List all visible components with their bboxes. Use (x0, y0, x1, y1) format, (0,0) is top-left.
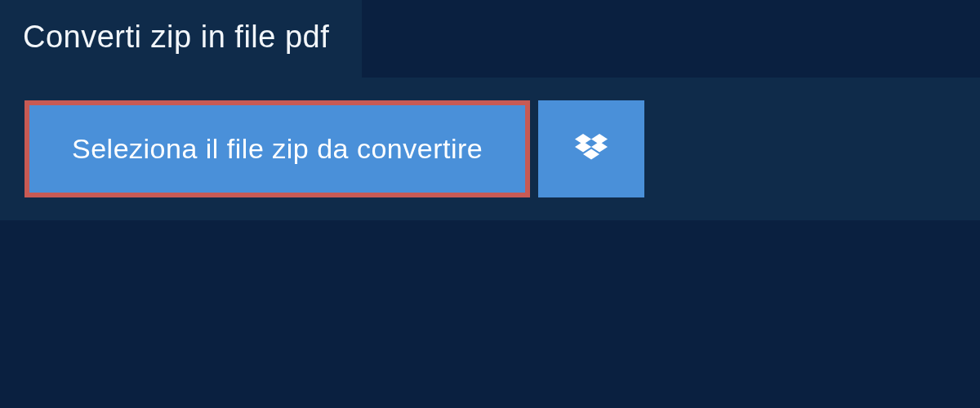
select-file-button[interactable]: Seleziona il file zip da convertire (24, 100, 530, 197)
select-file-label: Seleziona il file zip da convertire (72, 133, 483, 165)
page-title: Converti zip in file pdf (0, 0, 362, 78)
action-panel: Seleziona il file zip da convertire (0, 78, 980, 220)
dropbox-icon (575, 134, 608, 165)
dropbox-button[interactable] (538, 100, 644, 197)
